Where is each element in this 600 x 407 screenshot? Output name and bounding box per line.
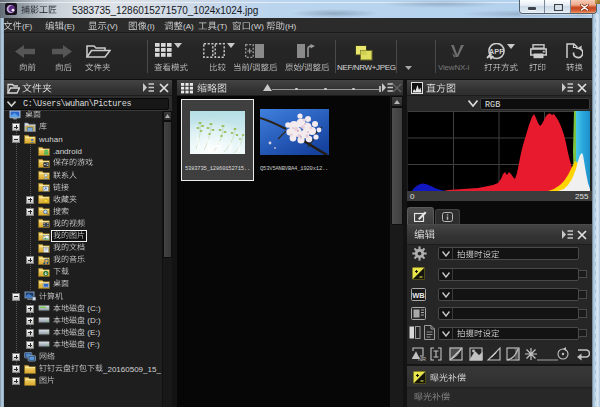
svg-text:NR: NR [418,356,426,362]
svg-text:WB: WB [412,291,425,300]
